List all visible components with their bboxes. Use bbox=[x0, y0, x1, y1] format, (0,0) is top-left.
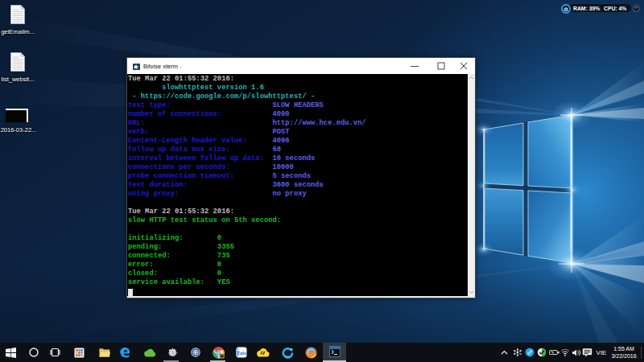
svg-text:Zalo: Zalo bbox=[237, 351, 247, 356]
